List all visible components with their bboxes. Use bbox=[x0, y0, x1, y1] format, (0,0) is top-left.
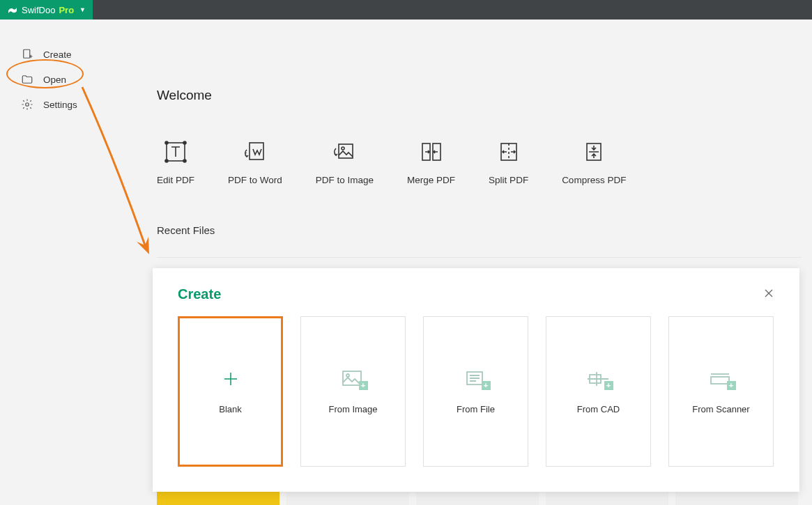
pdf-to-image-icon bbox=[332, 139, 357, 164]
card-label: From Scanner bbox=[692, 404, 749, 414]
svg-point-6 bbox=[183, 160, 186, 162]
close-button[interactable] bbox=[763, 286, 774, 301]
action-label: Compress PDF bbox=[562, 175, 626, 185]
card-label: From Image bbox=[328, 404, 377, 414]
brand-name: SwifDoo bbox=[22, 5, 55, 15]
sidebar-item-create[interactable]: Create bbox=[0, 42, 132, 67]
action-label: Edit PDF bbox=[157, 175, 194, 185]
svg-point-1 bbox=[26, 103, 29, 107]
action-pdf-to-word[interactable]: PDF to Word bbox=[228, 139, 282, 185]
action-pdf-to-image[interactable]: PDF to Image bbox=[316, 139, 374, 185]
close-icon bbox=[765, 289, 773, 297]
divider bbox=[157, 257, 802, 258]
sidebar: Create Open Settings bbox=[0, 42, 132, 117]
folder-icon bbox=[21, 73, 33, 86]
image-icon: + bbox=[340, 369, 367, 389]
create-panel-title: Create bbox=[178, 286, 221, 302]
plus-icon bbox=[217, 369, 244, 389]
welcome-title: Welcome bbox=[157, 88, 812, 103]
create-panel: Create Blank + From Image + From File bbox=[153, 268, 799, 492]
action-label: PDF to Word bbox=[228, 175, 282, 185]
svg-point-9 bbox=[342, 147, 344, 150]
svg-rect-8 bbox=[339, 144, 353, 158]
swifdoo-logo-icon bbox=[7, 4, 18, 15]
recent-files-title: Recent Files bbox=[157, 224, 812, 236]
gear-icon bbox=[21, 98, 33, 111]
action-split-pdf[interactable]: Split PDF bbox=[489, 139, 528, 185]
svg-point-5 bbox=[165, 160, 168, 162]
create-option-from-file[interactable]: + From File bbox=[423, 316, 528, 467]
create-option-from-image[interactable]: + From Image bbox=[300, 316, 406, 467]
card-label: From File bbox=[457, 404, 495, 414]
caret-down-icon: ▼ bbox=[79, 6, 86, 13]
main-content: Welcome Edit PDF PDF to Word PDF to Imag… bbox=[157, 20, 812, 299]
card-label: From CAD bbox=[577, 404, 620, 414]
action-edit-pdf[interactable]: Edit PDF bbox=[157, 139, 194, 185]
file-icon: + bbox=[463, 369, 489, 389]
sidebar-item-settings[interactable]: Settings bbox=[0, 92, 132, 117]
create-option-from-cad[interactable]: + From CAD bbox=[546, 316, 651, 467]
create-option-blank[interactable]: Blank bbox=[178, 316, 283, 467]
create-option-from-scanner[interactable]: + From Scanner bbox=[668, 316, 774, 467]
card-label: Blank bbox=[219, 404, 242, 414]
cad-icon: + bbox=[585, 369, 612, 389]
action-compress-pdf[interactable]: Compress PDF bbox=[562, 139, 626, 185]
split-pdf-icon bbox=[496, 139, 521, 164]
compress-pdf-icon bbox=[581, 139, 606, 164]
sidebar-item-open[interactable]: Open bbox=[0, 67, 132, 92]
scanner-icon: + bbox=[708, 369, 735, 389]
merge-pdf-icon bbox=[419, 139, 444, 164]
quick-actions: Edit PDF PDF to Word PDF to Image Merge … bbox=[157, 139, 812, 185]
titlebar: SwifDoo Pro ▼ bbox=[0, 0, 812, 20]
action-label: PDF to Image bbox=[316, 175, 374, 185]
svg-rect-0 bbox=[24, 49, 30, 58]
sidebar-item-label: Create bbox=[43, 49, 72, 60]
edit-pdf-icon bbox=[163, 139, 188, 164]
svg-point-4 bbox=[183, 141, 186, 144]
svg-point-3 bbox=[165, 141, 168, 144]
svg-point-16 bbox=[346, 374, 349, 377]
action-label: Merge PDF bbox=[407, 175, 455, 185]
brand-tier: Pro bbox=[59, 5, 74, 15]
create-icon bbox=[21, 48, 33, 61]
brand-menu[interactable]: SwifDoo Pro ▼ bbox=[0, 0, 93, 20]
pdf-to-word-icon bbox=[243, 139, 268, 164]
sidebar-item-label: Open bbox=[43, 75, 66, 85]
action-label: Split PDF bbox=[489, 175, 528, 185]
action-merge-pdf[interactable]: Merge PDF bbox=[407, 139, 455, 185]
sidebar-item-label: Settings bbox=[43, 100, 77, 110]
